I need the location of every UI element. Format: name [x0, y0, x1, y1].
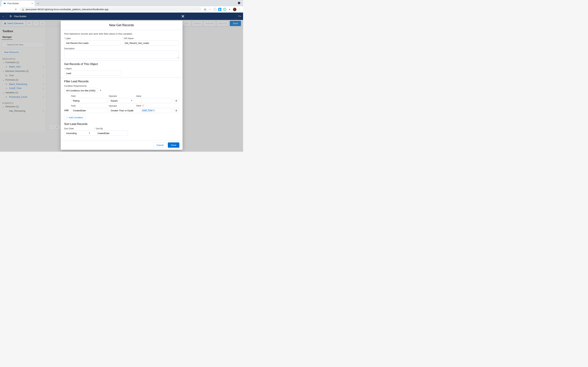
reload-icon[interactable]: ⟳ [14, 7, 18, 12]
condition-field-input[interactable] [71, 108, 107, 113]
condition-operator-select[interactable] [109, 108, 142, 113]
modal-title: New Get Records [61, 21, 182, 30]
condition-row: AND Field Operator ▼ Value1 ▭ [64, 104, 179, 113]
condition-row: Field Operator ▼ Value 🗑 [64, 95, 179, 103]
delete-condition-button[interactable]: 🗑 [174, 98, 179, 103]
description-input[interactable] [64, 50, 179, 58]
close-icon[interactable]: × [32, 2, 33, 5]
modal-close-x[interactable]: ✕ [181, 14, 185, 19]
condition-operator-select[interactable] [109, 98, 142, 103]
extension-icon-1[interactable]: ◧ [218, 8, 221, 11]
annotation-marker: 1 [142, 104, 144, 107]
menu-icon[interactable]: ⋮ [238, 8, 241, 11]
back-icon[interactable]: ← [2, 7, 6, 12]
label-input[interactable] [64, 40, 121, 46]
chevron-down-icon: ▼ [100, 89, 102, 92]
trash-icon: 🗑 [175, 100, 177, 102]
info-icon[interactable]: i [213, 8, 216, 11]
delete-condition-button[interactable]: 🗑 [174, 108, 179, 113]
sort-order-select[interactable] [64, 131, 97, 136]
condition-req-select[interactable] [64, 88, 97, 93]
address-bar: ← → ⟳ 🔒 java-power-66192.lightning.force… [0, 6, 243, 13]
sort-section-header: Sort Lead Records [64, 123, 179, 126]
add-condition-button[interactable]: + Add Condition [64, 115, 85, 120]
salesforce-icon [3, 2, 6, 5]
api-name-input[interactable] [123, 40, 179, 46]
modal-description: Find Salesforce records and store their … [64, 33, 179, 35]
description-label: Description [64, 47, 179, 50]
get-records-section-header: Get Records of This Object [61, 60, 182, 66]
browser-tab[interactable]: Flow Builder × [1, 1, 35, 6]
browser-tabstrip: Flow Builder × + – [0, 0, 243, 6]
url-text: java-power-66192.lightning.force.com/bui… [26, 8, 109, 11]
grammarly-icon[interactable]: G [223, 8, 226, 11]
and-label: AND [64, 109, 69, 113]
modal-footer: Cancel Done [61, 140, 182, 150]
label-field-label: * Label [64, 37, 121, 40]
star-icon[interactable]: ☆ [208, 8, 212, 11]
trash-icon: 🗑 [175, 109, 177, 112]
condition-field-input[interactable] [71, 98, 107, 103]
api-name-label: * API Name [123, 37, 179, 40]
forward-icon: → [8, 7, 12, 12]
app-header: ← Flow Builder ✕ ? ▾ [0, 13, 243, 20]
new-tab-button[interactable]: + [36, 1, 41, 6]
get-records-modal: New Get Records Find Salesforce records … [61, 21, 182, 150]
sort-by-input[interactable] [95, 131, 128, 136]
help-button[interactable]: ? ▾ [236, 13, 243, 20]
extension-icons: ⊞ ☆ i ◧ G ✦ ⋮ [204, 8, 241, 11]
condition-req-label: Condition Requirements [64, 85, 104, 87]
url-field[interactable]: 🔒 java-power-66192.lightning.force.com/b… [20, 7, 202, 12]
filter-section-header: Filter Lead Records [61, 78, 182, 83]
plus-icon: + [67, 116, 68, 119]
translate-icon[interactable]: ⊞ [204, 8, 207, 11]
sort-by-label: * Sort By [95, 127, 128, 130]
app-title: Flow Builder [7, 13, 29, 20]
flow-icon [9, 15, 12, 18]
tab-title: Flow Builder [7, 2, 19, 5]
profile-avatar[interactable] [233, 8, 236, 11]
cancel-button[interactable]: Cancel [154, 142, 166, 148]
object-input[interactable] [64, 71, 122, 76]
sort-order-label: Sort Order [64, 127, 92, 130]
app-back-button[interactable]: ← [0, 13, 7, 20]
extensions-icon[interactable]: ✦ [228, 8, 231, 11]
remove-chip-icon[interactable]: × [153, 109, 154, 112]
lock-icon: 🔒 [22, 8, 24, 11]
window-control-icon[interactable]: – [238, 2, 240, 4]
done-button[interactable]: Done [168, 142, 179, 148]
object-label: * Object [64, 67, 122, 70]
